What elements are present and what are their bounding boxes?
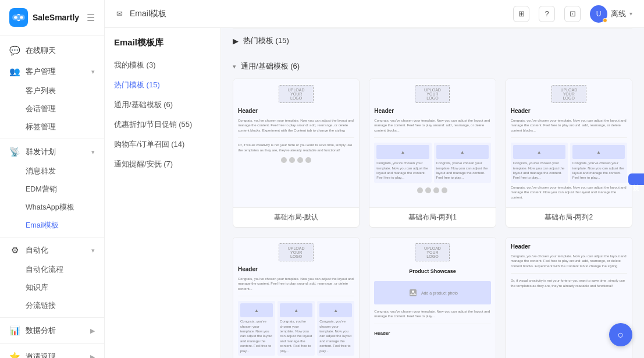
category-discount-templates[interactable]: 优惠折扣/节日促销 (55) xyxy=(105,115,220,134)
sidebar-item-referral[interactable]: ⭐ 邀请返现 ▶ xyxy=(0,346,104,358)
mini-divider-two-col-2 xyxy=(511,137,627,138)
mini-col-text-right-1: Congrats, you've chosen your template. N… xyxy=(436,161,489,180)
mini-col-right-1: ▲ Congrats, you've chosen your template.… xyxy=(434,143,491,183)
sidebar-item-message-broadcast[interactable]: 消息群发 xyxy=(0,162,104,180)
nav-divider-3 xyxy=(0,317,104,318)
hot-section-toggle: ▶ xyxy=(233,37,239,45)
category-my-templates[interactable]: 我的模板 (3) xyxy=(105,55,220,75)
mini-logo-two-col-2: UPLOAD YOURLOGO xyxy=(552,85,586,103)
sidebar-item-knowledge[interactable]: 知识库 xyxy=(0,279,104,297)
template-grid-area: ▶ 热门模板 (15) ▾ 通用/基础模板 (6) UPLOAD YOURLOG… xyxy=(221,28,644,358)
social-icon-4 xyxy=(442,187,447,193)
social-icon-tw xyxy=(289,157,295,163)
mini-col-img-right-2: ▲ xyxy=(572,145,625,159)
grid-view-button[interactable]: ⊞ xyxy=(513,6,529,22)
logo-text: SaleSmartly xyxy=(33,13,79,22)
mini-product-img: Add a product photo xyxy=(374,281,490,304)
svg-rect-2 xyxy=(20,16,23,19)
mini-row-two-col-2: ▲ Congrats, you've chosen your template.… xyxy=(511,143,627,183)
mini-social-two-col-1 xyxy=(374,187,490,193)
mini-col-text-2: Congrats, you've chosen your template. N… xyxy=(280,319,312,353)
mini-col-text-left-1: Congrats, you've chosen your template. N… xyxy=(376,161,429,180)
category-basic-templates[interactable]: 通用/基础模板 (6) xyxy=(105,95,220,115)
nav-divider-1 xyxy=(0,139,104,139)
mini-col-2: ▲ Congrats, you've chosen your template.… xyxy=(277,301,315,356)
template-preview-default: UPLOAD YOURLOGO Header Congrats, you've … xyxy=(233,79,359,207)
mini-body-two-col-1: Congrats, you've chosen your template. N… xyxy=(374,118,490,133)
sidebar-item-broadcast-label: 群发计划 xyxy=(26,147,56,157)
hot-section-header[interactable]: ▶ 热门模板 (15) xyxy=(233,28,632,53)
mini-logo-three-col: UPLOAD YOURLOGO xyxy=(279,243,314,261)
sidebar-item-analytics-label: 数据分析 xyxy=(26,325,56,336)
user-dropdown-icon: ▾ xyxy=(629,10,632,17)
sidebar-item-split[interactable]: 分流链接 xyxy=(0,297,104,315)
mini-divider-three-col xyxy=(238,296,354,296)
main-content: ✉ Email模板 ⊞ ? ⊡ U 离线 ▾ Email模板库 我的模板 (3)… xyxy=(105,0,644,358)
sidebar-item-automation[interactable]: ⚙ 自动化 ▾ xyxy=(0,240,104,261)
template-card-three-col[interactable]: UPLOAD YOURLOGO Header Congrats, you've … xyxy=(233,237,360,358)
sidebar-item-broadcast[interactable]: 📡 群发计划 ▾ xyxy=(0,141,104,162)
mini-product-body: Congrats, you've chosen your template. N… xyxy=(374,309,490,319)
mini-body-default: Congrats, you've chosen your template. N… xyxy=(238,118,354,133)
help-button[interactable]: ? xyxy=(539,6,555,22)
mini-body-three-col: Congrats, you've chosen your template. N… xyxy=(238,277,354,291)
sidebar-item-customers[interactable]: 👥 客户管理 ▾ xyxy=(0,61,104,82)
mini-header-right-side: Header xyxy=(511,243,627,250)
template-name-two-col-1: 基础布局-两列1 xyxy=(369,207,495,227)
content-area: Email模板库 我的模板 (3) 热门模板 (15) 通用/基础模板 (6) … xyxy=(105,28,644,358)
mini-divider-right-side xyxy=(511,273,627,274)
template-card-two-col-2[interactable]: UPLOAD YOURLOGO Header Congrats, you've … xyxy=(506,79,632,228)
mini-header-two-col-1: Header xyxy=(374,108,490,114)
category-hot-templates[interactable]: 热门模板 (15) xyxy=(105,75,220,95)
mini-header-default: Header xyxy=(238,108,354,114)
mini-col-img-1: ▲ xyxy=(240,303,273,317)
sidebar-item-analytics[interactable]: 📊 数据分析 ▶ xyxy=(0,320,104,341)
mini-col-left-2: ▲ Congrats, you've chosen your template.… xyxy=(511,143,568,183)
template-card-two-col-1[interactable]: UPLOAD YOURLOGO Header Congrats, you've … xyxy=(369,79,496,228)
hamburger-icon[interactable]: ☰ xyxy=(87,12,95,23)
sidebar-item-email-template[interactable]: Email模板 xyxy=(0,217,104,235)
mini-footer-two-col-2: Congrats, you've chosen your template. N… xyxy=(511,185,627,200)
chevron-down-icon-5: ▶ xyxy=(90,353,95,359)
basic-section-header[interactable]: ▾ 通用/基础模板 (6) xyxy=(233,53,632,79)
mini-divider-product xyxy=(374,324,490,324)
social-icon-3 xyxy=(433,187,439,193)
sidebar-item-customer-list[interactable]: 客户列表 xyxy=(0,82,104,100)
mini-row-two-col-1: ▲ Congrats, you've chosen your template.… xyxy=(374,143,490,183)
template-card-default[interactable]: UPLOAD YOURLOGO Header Congrats, you've … xyxy=(233,79,360,228)
template-library-sidebar: Email模板库 我的模板 (3) 热门模板 (15) 通用/基础模板 (6) … xyxy=(105,28,221,358)
chat-widget[interactable]: ○ xyxy=(609,323,632,346)
chevron-down-icon: ▾ xyxy=(91,68,95,76)
chat-icon: 💬 xyxy=(9,45,20,56)
analytics-icon: 📊 xyxy=(9,325,20,336)
template-preview-two-col-1: UPLOAD YOURLOGO Header Congrats, you've … xyxy=(369,79,495,207)
mini-body-two-col-2: Congrats, you've chosen your template. N… xyxy=(511,118,627,133)
category-notification-templates[interactable]: 通知提醒/安抚 (7) xyxy=(105,154,220,174)
mini-col-text-right-2: Congrats, you've chosen your template. N… xyxy=(572,161,625,180)
sidebar-item-conversation[interactable]: 会话管理 xyxy=(0,100,104,118)
sidebar-item-chat[interactable]: 💬 在线聊天 xyxy=(0,40,104,61)
sidebar-item-chat-label: 在线聊天 xyxy=(26,45,56,56)
logo-icon xyxy=(9,8,28,27)
mini-col-1: ▲ Congrats, you've chosen your template.… xyxy=(238,301,275,356)
sidebar-item-edm[interactable]: EDM营销 xyxy=(0,180,104,199)
mini-header-two-col-2: Header xyxy=(511,108,627,114)
user-avatar-wrap[interactable]: U 离线 ▾ xyxy=(590,5,632,23)
social-icon-2 xyxy=(425,187,431,193)
nav-divider-4 xyxy=(0,343,104,344)
avatar-notification-dot xyxy=(603,18,607,23)
mini-body2-right-side: Or, if visual creativity is not your for… xyxy=(511,278,627,288)
fullscreen-button[interactable]: ⊡ xyxy=(564,6,581,22)
category-cart-templates[interactable]: 购物车/订单召回 (14) xyxy=(105,134,220,154)
sidebar-item-customers-label: 客户管理 xyxy=(26,66,56,77)
sidebar-item-tags[interactable]: 标签管理 xyxy=(0,118,104,136)
feedback-tab[interactable]: 反馈 xyxy=(628,173,644,185)
broadcast-icon: 📡 xyxy=(9,147,20,157)
chat-widget-icon: ○ xyxy=(618,329,624,341)
sidebar-item-whatsapp[interactable]: WhatsApp模板 xyxy=(0,199,104,217)
sidebar-item-auto-flow[interactable]: 自动化流程 xyxy=(0,261,104,279)
svg-point-4 xyxy=(412,290,414,293)
template-name-two-col-2: 基础布局-两列2 xyxy=(506,207,632,227)
template-card-product-showcase[interactable]: UPLOAD YOURLOGO Product Showcase Add a p… xyxy=(369,237,496,358)
mini-col-left-1: ▲ Congrats, you've chosen your template.… xyxy=(374,143,431,183)
